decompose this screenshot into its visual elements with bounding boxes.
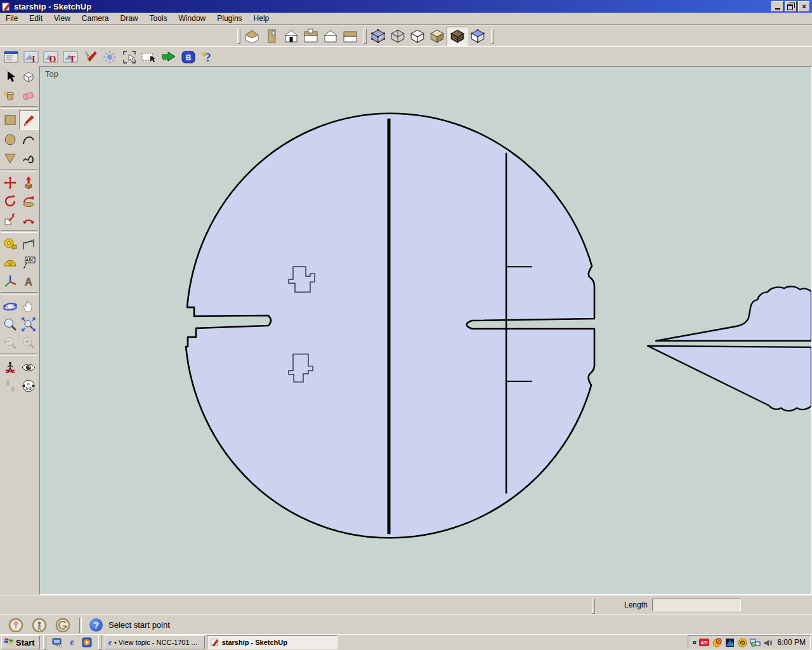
length-input[interactable]: [652, 599, 741, 611]
display-tray-icon[interactable]: [724, 637, 735, 647]
security-tray-icon[interactable]: [712, 637, 722, 647]
taskbar-grip[interactable]: [98, 635, 102, 650]
tool-dimension[interactable]: [19, 235, 37, 253]
tool-move[interactable]: [1, 173, 19, 192]
tool-scale[interactable]: [1, 210, 19, 229]
dialog-window-button[interactable]: [1, 48, 21, 66]
credit-person-status-button[interactable]: [32, 618, 47, 633]
tool-text[interactable]: ABC: [19, 253, 37, 272]
menu-draw[interactable]: Draw: [115, 13, 144, 23]
menu-window[interactable]: Window: [173, 13, 212, 23]
tool-paint-bucket[interactable]: [1, 86, 19, 104]
taskbar-grip[interactable]: [43, 635, 46, 650]
tool-pan[interactable]: [19, 296, 37, 315]
tool-circle[interactable]: [1, 130, 19, 149]
start-button[interactable]: Start: [1, 635, 40, 649]
facestyle-textures-button[interactable]: [447, 27, 468, 46]
facestyle-hiddenline-button[interactable]: [407, 27, 427, 45]
volume-tray-icon[interactable]: [763, 637, 773, 647]
tool-look-around[interactable]: [19, 358, 37, 376]
tool-eraser[interactable]: [19, 86, 37, 104]
menu-view[interactable]: View: [48, 13, 76, 23]
tool-zoom-extents[interactable]: [19, 315, 37, 333]
view-back-button[interactable]: [320, 27, 340, 45]
swirl-tray-icon[interactable]: [737, 637, 747, 647]
menu-camera[interactable]: Camera: [76, 13, 115, 23]
scene-t-button[interactable]: T: [60, 48, 80, 66]
minimize-button[interactable]: [771, 1, 783, 12]
dimension-icon: [21, 237, 36, 252]
measurement-grip[interactable]: [592, 599, 595, 614]
menu-edit[interactable]: Edit: [23, 13, 48, 23]
tool-3d-text[interactable]: A: [19, 272, 37, 290]
tool-offset[interactable]: [19, 210, 37, 229]
titlebar[interactable]: starship - SketchUp ×: [0, 0, 812, 13]
google-g-status-button[interactable]: [55, 618, 70, 633]
view-top-button[interactable]: [261, 27, 281, 45]
status-help-icon[interactable]: ?: [89, 618, 103, 632]
ati-tray-icon[interactable]: ATI: [699, 637, 709, 647]
tool-freehand[interactable]: [19, 149, 37, 167]
hull-lower-wedge[interactable]: [648, 346, 811, 411]
view-iso-button[interactable]: [242, 27, 261, 45]
tool-polygon[interactable]: [1, 149, 19, 167]
menu-tools[interactable]: Tools: [144, 13, 173, 23]
geo-pin-status-button[interactable]: [8, 618, 23, 633]
tool-tape-measure[interactable]: [1, 235, 19, 253]
tool-zoom[interactable]: [1, 315, 19, 333]
tool-make-component[interactable]: [19, 67, 37, 86]
polygon-icon: [3, 150, 18, 166]
media-player-icon[interactable]: [81, 637, 93, 648]
taskbar-task-sketchup[interactable]: starship - SketchUp: [207, 635, 337, 649]
make-component-icon: [21, 69, 36, 84]
selection-bounds-icon: [121, 50, 138, 65]
show-desktop-icon[interactable]: [52, 637, 63, 648]
tool-arc[interactable]: [19, 130, 37, 149]
tool-position-camera[interactable]: [1, 358, 19, 376]
scene-i-button[interactable]: I: [21, 48, 41, 66]
menu-plugins[interactable]: Plugins: [211, 13, 247, 23]
drawing-canvas[interactable]: Top: [39, 66, 812, 595]
view-right-button[interactable]: [301, 27, 320, 45]
center-point-button[interactable]: [100, 48, 119, 66]
menu-file[interactable]: File: [0, 13, 23, 23]
facestyle-wireframe-button[interactable]: [388, 27, 407, 45]
view-left-button[interactable]: [340, 27, 360, 45]
toolbar-grip[interactable]: [491, 29, 494, 44]
tool-rectangle[interactable]: [1, 110, 19, 129]
tool-line[interactable]: [19, 110, 39, 130]
model-drawing[interactable]: [40, 67, 811, 594]
tool-rotate[interactable]: [1, 192, 19, 210]
scene-o-button[interactable]: O: [41, 48, 60, 66]
tool-orbit[interactable]: [1, 296, 19, 315]
facestyle-xray-button[interactable]: [368, 27, 388, 45]
tool-section-plane[interactable]: CA-S: [19, 376, 37, 395]
slice-button[interactable]: [80, 48, 100, 66]
tool-push-pull[interactable]: [19, 173, 37, 192]
menu-help[interactable]: Help: [248, 13, 275, 23]
toolbar-grip[interactable]: [237, 29, 240, 44]
facestyle-shaded-button[interactable]: [427, 27, 447, 45]
tool-select[interactable]: [1, 67, 19, 86]
help-sparkle-button[interactable]: ?: [198, 48, 218, 66]
tool-zoom-previous: [1, 333, 19, 352]
restore-button[interactable]: [785, 1, 797, 12]
close-button[interactable]: ×: [798, 1, 810, 12]
line-pencil-icon: [22, 113, 37, 128]
facestyle-monochrome-button[interactable]: [468, 27, 487, 45]
svg-text:B: B: [185, 53, 191, 62]
tool-axes[interactable]: [1, 272, 19, 290]
network-tray-icon[interactable]: [750, 637, 760, 647]
view-front-button[interactable]: [281, 27, 301, 45]
tool-protractor[interactable]: [1, 253, 19, 272]
tool-follow-me[interactable]: [19, 192, 37, 210]
photo-b-button[interactable]: B: [178, 48, 198, 66]
taskbar-task-browser[interactable]: e • View topic - NCC-1701 ...: [105, 635, 205, 649]
marquee-button[interactable]: [139, 48, 159, 66]
tray-overflow-chevron[interactable]: «: [693, 638, 697, 647]
hull-upper-wedge[interactable]: [656, 286, 811, 341]
internet-explorer-icon[interactable]: e: [67, 637, 78, 648]
export-arrow-button[interactable]: [159, 48, 178, 66]
selection-bounds-button[interactable]: [119, 48, 139, 66]
toolbar-grip[interactable]: [363, 29, 367, 44]
